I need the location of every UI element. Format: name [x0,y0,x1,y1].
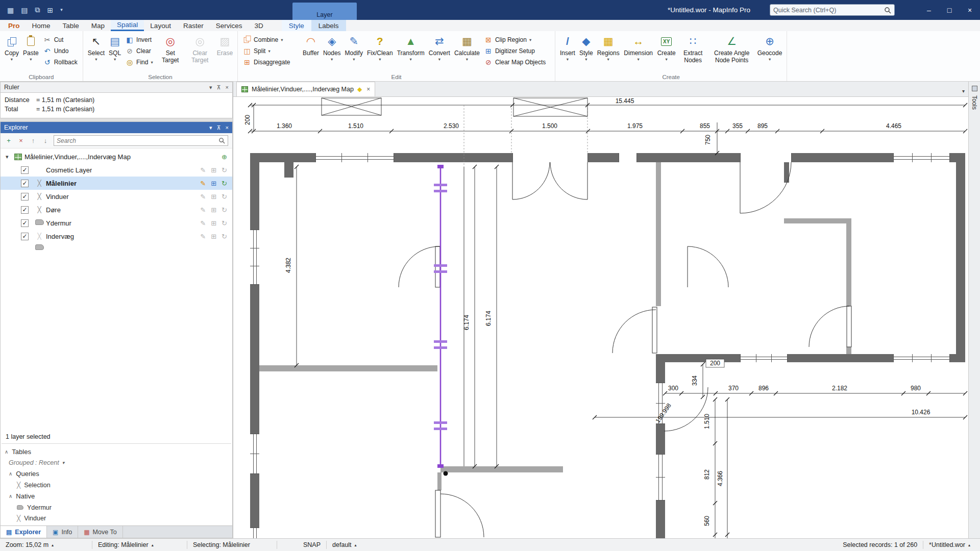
line-style-swatch[interactable]: ╳ [33,180,46,187]
buffer-button[interactable]: ◠ Buffer [301,33,321,72]
maximize-button[interactable]: □ [939,0,960,20]
layer-control-icon[interactable]: ⊞ [211,166,216,174]
layer-checkbox[interactable]: ✓ [21,219,29,227]
table-item-selection[interactable]: ╳ Selection [1,480,232,490]
panel-menu-icon[interactable]: ▾ [209,124,212,131]
layer-history-icon[interactable]: ↻ [222,166,227,174]
extract-nodes-button[interactable]: ∷ Extract Nodes [678,33,708,72]
status-workspace[interactable]: *Untitled.wor▴ [923,541,976,548]
undo-button[interactable]: ↶Undo [41,45,80,57]
tab-spatial[interactable]: Spatial [111,20,144,31]
layer-control-icon[interactable]: ⊞ [211,206,216,214]
line-style-swatch[interactable]: ╳ [33,233,46,240]
native-section-header[interactable]: ∧ Native [1,490,232,502]
close-button[interactable]: × [960,0,980,20]
status-style[interactable]: default▴ [327,541,362,548]
insert-button[interactable]: / Insert ▾ [558,33,577,72]
layer-control-icon[interactable]: ⊞ [211,193,216,201]
combine-button[interactable]: Combine▾ [241,34,300,45]
panel-menu-icon[interactable]: ▾ [209,84,212,91]
map-canvas[interactable]: 15.445 1.360 1.510 2.530 1.500 1.975 855… [233,97,968,538]
style-button[interactable]: ◆ Style ▾ [578,33,595,72]
qat-customize-icon[interactable]: ▾ [60,8,63,12]
select-button[interactable]: ↖ Select ▾ [86,33,106,72]
calculate-button[interactable]: ▦ Calculate ▾ [453,33,481,72]
layer-control-icon[interactable]: ⊞ [211,180,216,187]
clear-button[interactable]: ⊘Clear [124,45,155,57]
layer-control-icon[interactable]: ⊞ [211,233,216,240]
map-window-tab[interactable]: Målelinier,Vinduer,....,Indervæg Map ◆ × [236,82,375,96]
quick-search[interactable] [770,4,895,16]
map-options-icon[interactable]: ⊕ [222,153,227,161]
create-angle-node-points-button[interactable]: ∠ Create Angle Node Points [709,33,755,72]
collapse-arrow-icon[interactable]: ▾ [6,154,12,160]
panel-close-icon[interactable]: × [226,124,229,131]
region-style-swatch[interactable] [33,244,46,252]
rollback-button[interactable]: ↺Rollback [41,57,80,68]
quick-search-input[interactable] [773,7,884,14]
app-icon[interactable]: ▦ [7,6,14,14]
tab-raster[interactable]: Raster [177,20,210,31]
open-table-icon[interactable]: ▤ [21,6,28,14]
layer-row-cosmetic[interactable]: ✓ Cosmetic Layer ✎⊞↻ [1,163,232,177]
search-icon[interactable] [884,7,891,14]
edit-style-icon[interactable]: ✎ [200,180,206,187]
grouped-recent-selector[interactable]: Grouped : Recent ▾ [1,458,232,468]
layer-history-icon[interactable]: ↻ [222,193,227,201]
explorer-panel-titlebar[interactable]: Explorer ▾ ⊼ × [1,122,232,133]
minimize-button[interactable]: – [919,0,939,20]
layer-checkbox[interactable]: ✓ [21,180,29,187]
ruler-panel-titlebar[interactable]: Ruler ▾ ⊼ × [0,82,233,93]
layer-checkbox[interactable]: ✓ [21,233,29,240]
tab-home[interactable]: Home [26,20,57,31]
copy-button[interactable]: Copy ▾ [3,33,20,72]
tab-3d[interactable]: 3D [248,20,269,31]
tab-layout[interactable]: Layout [144,20,177,31]
erase-button[interactable]: ▨ Erase [215,33,234,72]
layer-history-icon[interactable]: ↻ [222,219,227,227]
layer-history-icon[interactable]: ↻ [222,180,227,187]
status-zoom[interactable]: Zoom: 15,02 m▴ [0,541,92,548]
panel-pin-icon[interactable]: ⊼ [217,124,221,131]
search-icon[interactable] [218,137,225,144]
edit-style-icon[interactable]: ✎ [200,206,206,214]
table-item-vinduer[interactable]: ╳ Vinduer [1,513,232,523]
edit-style-icon[interactable]: ✎ [200,233,206,240]
queries-section-header[interactable]: ∧ Queries [1,468,232,480]
disaggregate-button[interactable]: ⊞Disaggregate [241,57,300,68]
convert-button[interactable]: ⇄ Convert ▾ [427,33,452,72]
tab-table[interactable]: Table [57,20,85,31]
layer-control-icon[interactable]: ⊞ [211,219,216,227]
tab-pro[interactable]: Pro [2,20,26,31]
paste-button[interactable]: Paste ▾ [21,33,40,72]
layer-checkbox[interactable]: ✓ [21,166,29,174]
cut-button[interactable]: ✂Cut [41,34,80,45]
status-snap[interactable]: SNAP [298,541,326,548]
tab-explorer[interactable]: ▤ Explorer [1,526,47,538]
tools-tab[interactable]: Tools [971,95,978,110]
tab-style[interactable]: Style [282,20,311,31]
explorer-search[interactable] [54,135,228,146]
layer-checkbox[interactable]: ✓ [21,206,29,214]
set-target-button[interactable]: ◎ Set Target [156,33,185,72]
modify-button[interactable]: ✎ Modify ▾ [344,33,364,72]
layer-row-doere[interactable]: ✓ ╳ Døre ✎⊞↻ [1,203,232,216]
edit-style-icon[interactable]: ✎ [200,166,206,174]
invert-button[interactable]: ◧Invert [124,34,155,45]
digitizer-setup-button[interactable]: ⊞Digitizer Setup [482,45,552,57]
explorer-search-input[interactable] [57,137,218,144]
panel-close-icon[interactable]: × [226,84,229,90]
tab-labels[interactable]: Labels [311,20,346,31]
status-editing[interactable]: Editing: Målelinier▴ [92,541,187,548]
dimension-button[interactable]: ↔ Dimension ▾ [622,33,655,72]
tab-services[interactable]: Services [210,20,249,31]
explorer-map-node[interactable]: ▾ Målelinier,Vinduer,....,Indervæg Map ⊕ [1,150,232,163]
line-style-swatch[interactable]: ╳ [33,206,46,213]
add-layer-icon[interactable]: + [5,137,13,144]
layer-history-icon[interactable]: ↻ [222,206,227,214]
move-up-icon[interactable]: ↑ [29,137,37,144]
find-button[interactable]: ◎Find▾ [124,57,155,68]
fix-clean-button[interactable]: ? Fix/Clean ▾ [365,33,395,72]
save-workspace-icon[interactable]: ⧉ [35,6,40,14]
geocode-button[interactable]: ⊕ Geocode ▾ [756,33,784,72]
